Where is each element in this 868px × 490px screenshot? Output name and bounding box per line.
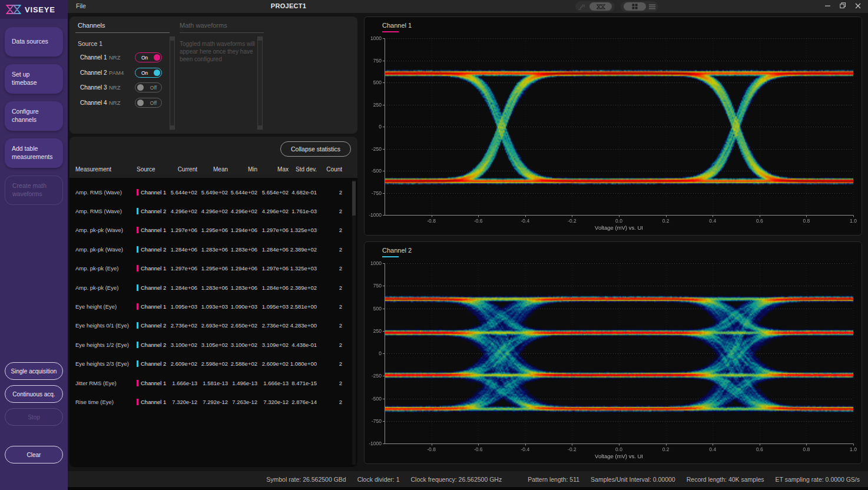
measurements-table-body: Amp. RMS (Wave)Channel 15.644e+025.649e+… <box>69 178 357 467</box>
table-row[interactable]: Eye heights 0/1 (Eye)Channel 22.736e+022… <box>75 316 342 335</box>
eye-diagram-canvas-channel-1[interactable] <box>369 35 857 233</box>
source-color-bar <box>137 322 138 329</box>
table-scrollbar-track[interactable] <box>352 180 356 465</box>
nav-button-create-math-waveforms: Create math waveforms <box>5 176 63 205</box>
channel-2-plot <box>369 260 857 461</box>
source-color-bar <box>137 342 138 348</box>
cell-source: Channel 2 <box>137 246 167 253</box>
table-row[interactable]: Amp. pk-pk (Wave)Channel 21.284e+061.283… <box>75 240 342 259</box>
cell-measurement: Eye height (Eye) <box>75 303 137 310</box>
source-color-bar <box>137 284 138 291</box>
cell-max: 1.284e+06 <box>257 246 289 253</box>
file-menu[interactable]: File <box>76 2 86 9</box>
toggle-state-label: On <box>141 55 148 61</box>
math-waveforms-tab[interactable]: Math waveforms <box>180 22 227 29</box>
cell-mean: 3.105e+02 <box>197 342 228 348</box>
channels-panel: Channels Math waveforms Source 1 Channel… <box>69 16 357 134</box>
cell-count: 2 <box>317 342 342 348</box>
channel-toggle-channel-2[interactable]: On <box>135 68 162 78</box>
continuous-acq-button[interactable]: Continuous acq. <box>5 385 63 403</box>
cell-mean: 2.693e+02 <box>197 322 228 329</box>
cell-std-dev: 1.761e-03 <box>289 208 317 214</box>
nav-button-add-table-measurements[interactable]: Add table measurements <box>5 138 63 168</box>
nav-button-configure-channels[interactable]: Configure channels <box>5 101 63 131</box>
cell-source: Channel 2 <box>137 208 167 214</box>
table-row[interactable]: Rise time (Eye)Channel 17.320e-127.292e-… <box>75 392 342 411</box>
cell-count: 2 <box>317 246 342 253</box>
channel-1-chart-panel: Channel 1 <box>364 16 862 236</box>
table-row[interactable]: Eye height (Eye)Channel 11.095e+031.093e… <box>75 297 342 316</box>
column-header-std-dev: Std dev. <box>289 165 317 174</box>
cell-current: 1.284e+06 <box>167 246 197 253</box>
bottom-strip <box>68 487 868 490</box>
cell-measurement: Amp. pk-pk (Eye) <box>75 265 137 272</box>
waveform-icon[interactable] <box>578 4 587 10</box>
channel-row-channel-2: Channel 2PAM4On <box>80 65 162 81</box>
measurements-table-rows: Amp. RMS (Wave)Channel 15.644e+025.649e+… <box>75 183 342 412</box>
table-row[interactable]: Amp. pk-pk (Wave)Channel 11.297e+061.295… <box>75 221 342 240</box>
channel-toggle-channel-4[interactable]: Off <box>135 98 162 108</box>
cell-max: 4.296e+02 <box>257 208 289 214</box>
nav-button-data-sources[interactable]: Data sources <box>5 27 63 57</box>
channel-format: NRZ <box>109 100 121 106</box>
channels-title-divider <box>75 32 170 33</box>
table-row[interactable]: Jitter RMS (Eye)Channel 11.666e-131.581e… <box>75 373 342 392</box>
cell-mean: 4.296e+02 <box>197 208 228 214</box>
cell-min: 1.283e+06 <box>228 284 257 291</box>
view-mode-toggle <box>575 1 615 12</box>
table-row[interactable]: Amp. pk-pk (Eye)Channel 11.297e+061.295e… <box>75 259 342 278</box>
table-row[interactable]: Eye heights 1/2 (Eye)Channel 23.100e+023… <box>75 335 342 354</box>
cell-min: 1.090e+03 <box>228 303 257 310</box>
channels-scrollbar[interactable] <box>170 37 175 130</box>
cell-min: 1.294e+06 <box>228 227 257 233</box>
restore-button[interactable] <box>840 2 846 9</box>
status-item: Samples/Unit Interval: 0.00000 <box>591 476 675 483</box>
cell-current: 1.297e+06 <box>167 265 197 272</box>
sidebar-nav: Data sourcesSet up timebaseConfigure cha… <box>0 19 68 205</box>
table-row[interactable]: Amp. pk-pk (Eye)Channel 21.284e+061.283e… <box>75 278 342 297</box>
eye-diagram-canvas-channel-2[interactable] <box>369 260 857 461</box>
table-scrollbar-thumb[interactable] <box>352 181 356 216</box>
toggle-knob-icon <box>137 84 144 91</box>
column-header-min: Min <box>228 165 257 174</box>
cell-source: Channel 1 <box>137 380 167 386</box>
table-row[interactable]: Eye heights 2/3 (Eye)Channel 22.609e+022… <box>75 355 342 373</box>
status-item: Symbol rate: 26.562500 GBd <box>266 476 346 483</box>
cell-max: 1.297e+06 <box>257 265 289 272</box>
channel-name: Channel 1 <box>80 54 109 61</box>
cell-count: 2 <box>317 303 342 310</box>
table-row[interactable]: Amp. RMS (Wave)Channel 15.644e+025.649e+… <box>75 183 342 201</box>
cell-current: 3.100e+02 <box>167 342 197 348</box>
collapse-statistics-button[interactable]: Collapse statistics <box>280 141 351 157</box>
source-color-bar <box>137 227 138 233</box>
cell-std-dev: 2.876e-14 <box>289 399 317 405</box>
cell-measurement: Amp. RMS (Wave) <box>75 189 137 196</box>
list-view-icon[interactable] <box>649 4 655 9</box>
cell-mean: 1.283e+06 <box>197 284 228 291</box>
channel-toggle-channel-1[interactable]: On <box>135 52 162 62</box>
cell-count: 2 <box>317 265 342 272</box>
cell-current: 1.095e+03 <box>167 303 197 310</box>
cell-std-dev: 2.389e+02 <box>289 284 317 291</box>
cell-source: Channel 2 <box>137 284 167 291</box>
cell-current: 5.644e+02 <box>167 189 197 196</box>
cell-min: 4.296e+02 <box>228 208 257 214</box>
grid-view-icon[interactable] <box>624 2 646 11</box>
table-row[interactable]: Amp. RMS (Wave)Channel 24.296e+024.296e+… <box>75 201 342 220</box>
close-button[interactable] <box>855 3 861 9</box>
eye-diagram-icon[interactable] <box>589 2 612 11</box>
clear-button[interactable]: Clear <box>5 446 63 463</box>
cell-max: 5.654e+02 <box>257 189 289 196</box>
cell-measurement: Eye heights 1/2 (Eye) <box>75 342 137 348</box>
single-acquisition-button[interactable]: Single acquisition <box>5 362 63 380</box>
sidebar: VISEYE Data sourcesSet up timebaseConfig… <box>0 0 68 490</box>
nav-button-set-up-timebase[interactable]: Set up timebase <box>5 64 63 94</box>
cell-min: 3.100e+02 <box>228 342 257 348</box>
channel-format: NRZ <box>109 84 121 91</box>
channel-toggle-channel-3[interactable]: Off <box>135 82 162 92</box>
cell-std-dev: 1.325e+03 <box>289 265 317 272</box>
channel-1-plot <box>369 35 857 233</box>
math-scrollbar[interactable] <box>257 37 263 130</box>
cell-current: 1.297e+06 <box>167 227 197 233</box>
minimize-button[interactable] <box>825 3 831 9</box>
